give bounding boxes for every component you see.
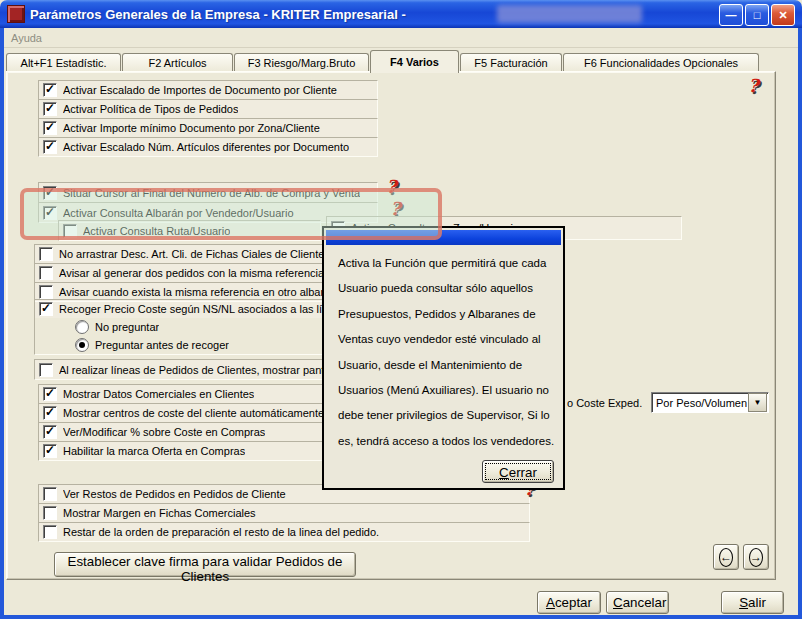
app-window: Parámetros Generales de la Empresa - KRI… [0,0,802,619]
right-arrow-icon: → [749,548,763,567]
checkbox[interactable] [43,121,57,135]
check-row: Activar Política de Tipos de Pedidos [38,99,378,119]
close-button[interactable]: ✕ [771,4,795,26]
checkbox-label: Activar Escalado de Importes de Document… [63,84,337,96]
checkbox[interactable] [43,487,57,501]
aceptar-button[interactable]: Aceptar [537,591,601,614]
group-restos: Ver Restos de Pedidos en Pedidos de Clie… [38,485,530,542]
forward-button[interactable]: → [743,544,769,570]
checkbox[interactable] [43,102,57,116]
checkbox-label: No arrastrar Desc. Art. Cli. de Fichas C… [59,248,330,260]
checkbox-label: Al realizar líneas de Pedidos de Cliente… [59,364,335,376]
checkbox[interactable] [43,406,57,420]
window-border-left [0,28,4,615]
checkbox[interactable] [43,83,57,97]
window-border-right [798,28,802,615]
radio-label: Preguntar antes de recoger [95,339,229,351]
dropdown-value: Por Peso/Volumen [652,397,747,409]
cerrar-button[interactable]: Cerrar [482,460,554,483]
tab-articulos[interactable]: F2 Artículos [122,53,233,72]
tab-estadistic[interactable]: Alt+F1 Estadístic. [6,53,121,72]
menu-ayuda[interactable]: Ayuda [4,32,49,44]
check-row: Activar Escalado Núm. Artículos diferent… [38,137,378,157]
checkbox[interactable] [39,302,53,316]
check-row: Mostrar Margen en Fichas Comerciales [38,503,530,523]
window-border-bottom [0,615,802,619]
checkbox[interactable] [43,206,57,220]
close-icon: ✕ [778,9,787,22]
help-icon[interactable]: ? [386,177,397,197]
checkbox-label: Avisar cuando exista la misma referencia… [59,286,336,298]
checkbox-label: Ver/Modificar % sobre Coste en Compras [63,426,265,438]
menu-bar: Ayuda [4,28,798,48]
minimize-button[interactable]: — [719,4,743,26]
checkbox-label: Habilitar la marca Oferta en Compras [63,445,245,457]
popup-line: debe tener privilegios de Supervisor, Si… [338,403,555,428]
popup-line: Ventas cuyo vendedor esté vinculado al [338,327,555,352]
maximize-button[interactable]: □ [745,4,769,26]
redacted-text [497,5,642,23]
back-button[interactable]: ← [713,544,739,570]
tab-strip: Alt+F1 Estadístic. F2 Artículos F3 Riesg… [6,50,776,72]
group-escalados: Activar Escalado de Importes de Document… [38,81,378,157]
popup-title-bar[interactable] [326,230,561,245]
maximize-icon: □ [754,9,761,21]
window-title: Parámetros Generales de la Empresa - KRI… [30,7,406,22]
checkbox[interactable] [43,387,57,401]
checkbox[interactable] [39,285,53,299]
checkbox-label: Mostrar Datos Comerciales en Clientes [63,388,254,400]
app-icon [7,5,25,23]
checkbox[interactable] [39,266,53,280]
checkbox[interactable] [43,444,57,458]
check-row: Activar Importe mínimo Documento por Zon… [38,118,378,138]
tab-funcionalidades[interactable]: F6 Funcionalidades Opcionales [563,53,759,72]
tab-riesgo[interactable]: F3 Riesgo/Marg.Bruto [234,53,369,72]
check-row: Activar Escalado de Importes de Document… [38,80,378,100]
check-row: Activar Consulta Ruta/Usuario [58,220,321,241]
popup-line: Usuario pueda consultar sólo aquellos [338,276,555,301]
checkbox-label: Activar Política de Tipos de Pedidos [63,103,238,115]
popup-line: Activa la Función que permitirá que cada [338,251,555,276]
check-row: Restar de la orden de preparación el res… [38,522,530,542]
cancelar-button[interactable]: Cancelar [606,591,669,614]
help-icon[interactable]: ? [748,76,759,96]
tab-varios[interactable]: F4 Varios [370,50,459,73]
popup-line: es, tendrá acceso a todos los vendedores… [338,429,555,454]
checkbox-label: Recoger Precio Coste según NS/NL asociad… [59,303,322,315]
coste-exped-label: o Coste Exped. [567,397,642,409]
checkbox-label: Activar Consulta Albarán por Vendedor/Us… [63,207,294,219]
checkbox[interactable] [43,140,57,154]
checkbox[interactable] [43,425,57,439]
checkbox[interactable] [63,224,77,238]
salir-button[interactable]: Salir [721,591,784,614]
establecer-clave-button[interactable]: Establecer clave firma para validar Pedi… [54,552,356,577]
popup-line: Usuarios (Menú Axuiliares). El usuario n… [338,378,555,403]
left-arrow-icon: ← [719,548,733,567]
check-row: Situar Cursor al Final del Número de Alb… [38,182,378,203]
radio-button[interactable] [75,338,89,352]
checkbox-label: Avisar al generar dos pedidos con la mis… [59,267,333,279]
checkbox[interactable] [43,186,57,200]
popup-line: Presupuestos, Pedidos y Albaranes de [338,302,555,327]
title-bar[interactable]: Parámetros Generales de la Empresa - KRI… [0,0,802,28]
checkbox[interactable] [43,525,57,539]
minimize-icon: — [726,9,737,21]
radio-button[interactable] [75,320,89,334]
checkbox-label: Mostrar centros de coste del cliente aut… [63,407,333,419]
popup-line: Usuario, desde el Mantenimiento de [338,353,555,378]
checkbox[interactable] [43,506,57,520]
chevron-down-icon[interactable]: ▼ [748,393,767,412]
checkbox-label: Restar de la orden de preparación el res… [63,526,379,538]
checkbox-label: Activar Consulta Ruta/Usuario [83,225,230,237]
radio-label: No preguntar [95,321,159,333]
popup-text: Activa la Función que permitirá que cada… [338,251,555,454]
checkbox-label: Activar Escalado Núm. Artículos diferent… [63,141,349,153]
checkbox[interactable] [39,247,53,261]
checkbox-label: Ver Restos de Pedidos en Pedidos de Clie… [63,488,286,500]
tab-facturacion[interactable]: F5 Facturación [460,53,562,72]
checkbox-label: Activar Importe mínimo Documento por Zon… [63,122,320,134]
checkbox[interactable] [39,363,53,377]
checkbox-label: Mostrar Margen en Fichas Comerciales [63,507,256,519]
help-popup: Activa la Función que permitirá que cada… [322,226,565,490]
coste-exped-dropdown[interactable]: Por Peso/Volumen ▼ [651,392,769,413]
